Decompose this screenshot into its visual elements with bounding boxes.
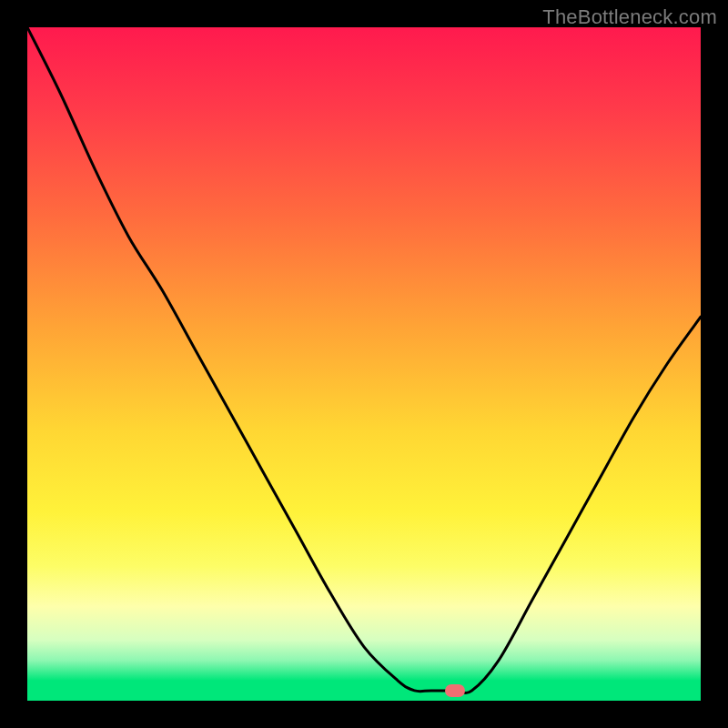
watermark-text: TheBottleneck.com	[542, 5, 717, 29]
curve-svg	[27, 27, 701, 701]
selected-point-marker	[445, 684, 465, 697]
plot-area	[27, 27, 701, 701]
bottleneck-curve	[27, 27, 701, 693]
chart-frame: TheBottleneck.com	[0, 0, 728, 728]
